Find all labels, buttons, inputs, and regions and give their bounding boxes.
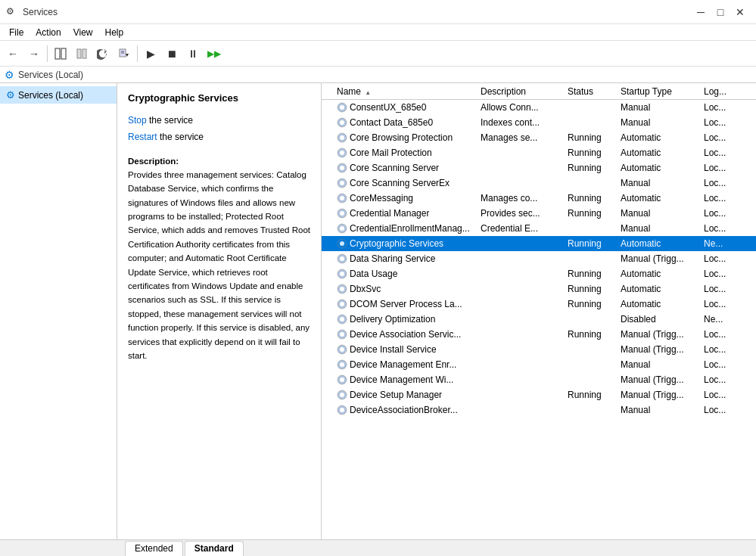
title-bar-controls: ─ □ ✕	[691, 2, 750, 22]
svg-rect-2	[77, 49, 81, 58]
resume-service-button[interactable]: ▶▶	[204, 44, 224, 64]
table-row[interactable]: CredentialEnrollmentManag... Credential …	[322, 221, 756, 236]
service-name: Delivery Optimization	[350, 314, 435, 325]
table-row[interactable]: ConsentUX_685e0 Allows Conn... Manual Lo…	[322, 100, 756, 115]
menu-action[interactable]: Action	[30, 26, 67, 39]
svg-point-41	[340, 347, 344, 352]
title-bar: ⚙ Services ─ □ ✕	[0, 0, 756, 24]
table-row[interactable]: Data Usage Running Automatic Loc...	[322, 266, 756, 281]
table-row[interactable]: Device Install Service Manual (Trigg... …	[322, 342, 756, 357]
service-icon	[337, 344, 347, 355]
menu-file[interactable]: File	[3, 26, 30, 39]
stop-service-button[interactable]: ⏹	[162, 44, 182, 64]
stop-text: the service	[147, 115, 193, 126]
svg-point-49	[340, 408, 344, 412]
sidebar-item-label: Services (Local)	[18, 90, 83, 101]
restart-link[interactable]: Restart	[128, 132, 157, 142]
service-description: Credential E...	[481, 223, 568, 234]
service-logon: Loc...	[704, 284, 742, 294]
description-panel: Cryptographic Services Stop the service …	[117, 83, 322, 539]
address-bar: ⚙ Services (Local)	[0, 67, 756, 83]
service-name: Device Management Wi...	[350, 374, 453, 385]
service-logon: Loc...	[704, 374, 742, 385]
table-row[interactable]: CoreMessaging Manages co... Running Auto…	[322, 191, 756, 206]
service-status: Running	[568, 299, 621, 309]
table-row[interactable]: DCOM Server Process La... Running Automa…	[322, 297, 756, 312]
table-row[interactable]: Cryptographic Services Running Automatic…	[322, 236, 756, 251]
service-logon: Loc...	[704, 299, 742, 309]
forward-button[interactable]: →	[24, 44, 44, 64]
service-startup-type: Manual (Trigg...	[621, 374, 704, 385]
tab-extended[interactable]: Extended	[125, 541, 183, 556]
service-name: Cryptographic Services	[350, 238, 443, 249]
service-description: Allows Conn...	[481, 102, 568, 113]
up-button[interactable]	[72, 44, 92, 64]
table-row[interactable]: Core Scanning ServerEx Manual Loc...	[322, 175, 756, 191]
close-button[interactable]: ✕	[730, 2, 750, 22]
table-row[interactable]: Device Association Servic... Running Man…	[322, 327, 756, 342]
service-logon: Loc...	[704, 208, 742, 219]
service-table-scroll[interactable]: ConsentUX_685e0 Allows Conn... Manual Lo…	[322, 100, 756, 539]
service-icon	[337, 359, 347, 370]
table-row[interactable]: Core Browsing Protection Manages se... R…	[322, 130, 756, 145]
pause-service-button[interactable]: ⏸	[183, 44, 203, 64]
table-row[interactable]: Device Management Enr... Manual Loc...	[322, 357, 756, 372]
show-hide-tree-button[interactable]	[51, 44, 70, 64]
service-name: Data Sharing Service	[350, 253, 435, 264]
service-startup-type: Manual (Trigg...	[621, 344, 704, 355]
service-logon: Loc...	[704, 132, 742, 143]
service-logon: Loc...	[704, 193, 742, 203]
service-startup-type: Automatic	[621, 193, 704, 203]
sidebar-item-icon: ⚙	[6, 89, 15, 101]
desc-title: Cryptographic Services	[128, 91, 310, 106]
table-row[interactable]: Core Mail Protection Running Automatic L…	[322, 145, 756, 160]
tab-standard[interactable]: Standard	[185, 541, 244, 556]
service-icon	[337, 178, 347, 188]
svg-point-27	[340, 241, 344, 246]
service-startup-type: Automatic	[621, 299, 704, 309]
col-header-description[interactable]: Description	[481, 86, 568, 97]
sidebar-item-services-local[interactable]: ⚙ Services (Local)	[0, 86, 117, 104]
table-row[interactable]: Delivery Optimization Disabled Ne...	[322, 312, 756, 327]
col-header-name[interactable]: Name ▲	[322, 86, 481, 97]
table-row[interactable]: Data Sharing Service Manual (Trigg... Lo…	[322, 251, 756, 266]
table-row[interactable]: Core Scanning Server Running Automatic L…	[322, 160, 756, 175]
service-rows-container: ConsentUX_685e0 Allows Conn... Manual Lo…	[322, 100, 756, 418]
back-button[interactable]: ←	[3, 44, 23, 64]
service-startup-type: Automatic	[621, 148, 704, 158]
service-startup-type: Manual	[621, 117, 704, 128]
table-row[interactable]: Credential Manager Provides sec... Runni…	[322, 206, 756, 221]
refresh-button[interactable]	[93, 44, 113, 64]
service-icon	[337, 102, 347, 113]
service-icon	[337, 269, 347, 279]
table-row[interactable]: DbxSvc Running Automatic Loc...	[322, 281, 756, 297]
col-header-logon[interactable]: Log...	[704, 86, 742, 97]
service-name: DeviceAssociationBroker...	[350, 405, 458, 415]
table-row[interactable]: Device Setup Manager Running Manual (Tri…	[322, 387, 756, 402]
menu-view[interactable]: View	[67, 26, 99, 39]
export-button[interactable]	[114, 44, 134, 64]
maximize-button[interactable]: □	[711, 2, 730, 22]
service-startup-type: Automatic	[621, 269, 704, 279]
col-header-status[interactable]: Status	[568, 86, 621, 97]
svg-point-31	[340, 272, 344, 276]
svg-rect-0	[55, 48, 60, 59]
table-row[interactable]: Contact Data_685e0 Indexes cont... Manua…	[322, 115, 756, 130]
minimize-button[interactable]: ─	[691, 2, 711, 22]
svg-point-35	[340, 302, 344, 306]
start-service-button[interactable]: ▶	[141, 44, 160, 64]
service-icon	[337, 405, 347, 415]
service-startup-type: Manual	[621, 223, 704, 234]
svg-point-9	[340, 105, 344, 110]
table-row[interactable]: Device Management Wi... Manual (Trigg...…	[322, 372, 756, 387]
stop-link[interactable]: Stop	[128, 115, 147, 126]
service-list-panel: Name ▲ Description Status Startup Type L…	[322, 83, 756, 539]
service-logon: Loc...	[704, 223, 742, 234]
service-icon	[337, 374, 347, 385]
menu-help[interactable]: Help	[99, 26, 130, 39]
col-header-startup[interactable]: Startup Type	[621, 86, 704, 97]
table-row[interactable]: DeviceAssociationBroker... Manual Loc...	[322, 402, 756, 418]
service-description: Manages se...	[481, 132, 568, 143]
toolbar: ← → ▶ ⏹ ⏸ ▶▶	[0, 41, 756, 67]
service-startup-type: Automatic	[621, 284, 704, 294]
